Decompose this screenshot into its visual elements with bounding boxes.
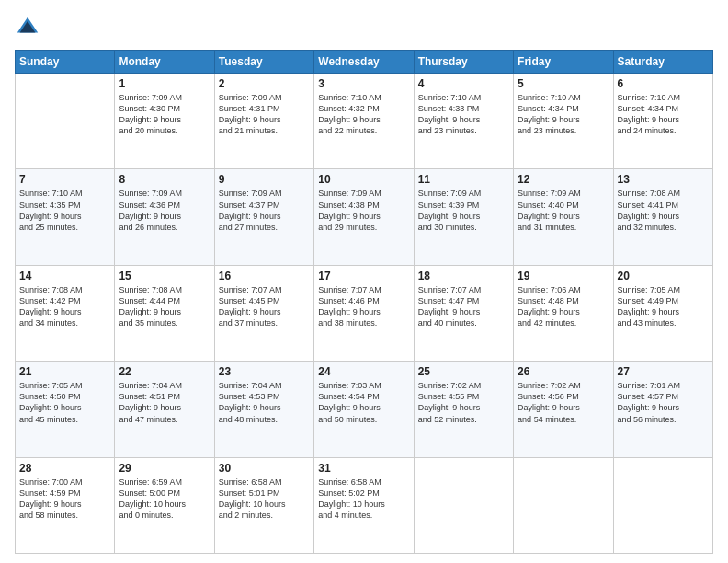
logo-icon [15,15,40,40]
calendar-cell [16,74,115,169]
calendar-cell: 1Sunrise: 7:09 AM Sunset: 4:30 PM Daylig… [115,74,214,169]
day-info: Sunrise: 7:03 AM Sunset: 4:54 PM Dayligh… [318,380,409,425]
calendar-cell [414,457,513,553]
day-number: 20 [618,270,709,282]
day-info: Sunrise: 7:07 AM Sunset: 4:46 PM Dayligh… [318,284,409,329]
day-number: 31 [318,462,409,475]
calendar-cell: 2Sunrise: 7:09 AM Sunset: 4:31 PM Daylig… [214,74,313,169]
calendar-cell: 24Sunrise: 7:03 AM Sunset: 4:54 PM Dayli… [314,362,414,457]
day-number: 23 [219,365,310,378]
day-info: Sunrise: 7:08 AM Sunset: 4:41 PM Dayligh… [618,188,709,233]
weekday-header-thursday: Thursday [414,51,513,74]
calendar-cell: 25Sunrise: 7:02 AM Sunset: 4:55 PM Dayli… [414,362,513,457]
day-number: 29 [119,462,210,475]
calendar-week-row: 28Sunrise: 7:00 AM Sunset: 4:59 PM Dayli… [16,457,713,553]
calendar-cell: 28Sunrise: 7:00 AM Sunset: 4:59 PM Dayli… [16,457,115,553]
day-number: 1 [119,77,210,90]
calendar-cell: 17Sunrise: 7:07 AM Sunset: 4:46 PM Dayli… [314,265,414,361]
day-number: 12 [518,173,609,186]
day-info: Sunrise: 7:02 AM Sunset: 4:56 PM Dayligh… [518,380,609,425]
day-info: Sunrise: 7:09 AM Sunset: 4:37 PM Dayligh… [219,188,310,233]
calendar-cell: 4Sunrise: 7:10 AM Sunset: 4:33 PM Daylig… [414,74,513,169]
calendar-cell: 3Sunrise: 7:10 AM Sunset: 4:32 PM Daylig… [314,74,414,169]
logo [15,15,44,40]
calendar-week-row: 14Sunrise: 7:08 AM Sunset: 4:42 PM Dayli… [16,265,713,361]
day-info: Sunrise: 7:07 AM Sunset: 4:47 PM Dayligh… [418,284,509,329]
calendar-cell: 9Sunrise: 7:09 AM Sunset: 4:37 PM Daylig… [214,169,313,265]
day-info: Sunrise: 7:10 AM Sunset: 4:34 PM Dayligh… [618,92,709,137]
calendar-week-row: 1Sunrise: 7:09 AM Sunset: 4:30 PM Daylig… [16,74,713,169]
calendar-week-row: 7Sunrise: 7:10 AM Sunset: 4:35 PM Daylig… [16,169,713,265]
weekday-header-tuesday: Tuesday [214,51,313,74]
day-info: Sunrise: 7:09 AM Sunset: 4:31 PM Dayligh… [219,92,310,137]
day-number: 4 [418,77,509,90]
header [15,15,713,40]
weekday-header-row: SundayMondayTuesdayWednesdayThursdayFrid… [16,51,713,74]
day-info: Sunrise: 6:59 AM Sunset: 5:00 PM Dayligh… [119,477,210,522]
day-number: 27 [618,365,709,378]
calendar-cell: 22Sunrise: 7:04 AM Sunset: 4:51 PM Dayli… [115,362,214,457]
day-number: 13 [618,173,709,186]
day-number: 5 [518,77,609,90]
calendar-cell: 30Sunrise: 6:58 AM Sunset: 5:01 PM Dayli… [214,457,313,553]
day-info: Sunrise: 7:01 AM Sunset: 4:57 PM Dayligh… [618,380,709,425]
calendar-cell: 8Sunrise: 7:09 AM Sunset: 4:36 PM Daylig… [115,169,214,265]
day-number: 30 [219,462,310,475]
day-info: Sunrise: 7:10 AM Sunset: 4:34 PM Dayligh… [518,92,609,137]
calendar-cell [613,457,712,553]
day-info: Sunrise: 7:10 AM Sunset: 4:32 PM Dayligh… [318,92,409,137]
day-number: 9 [219,173,310,186]
calendar-cell: 10Sunrise: 7:09 AM Sunset: 4:38 PM Dayli… [314,169,414,265]
calendar-cell: 15Sunrise: 7:08 AM Sunset: 4:44 PM Dayli… [115,265,214,361]
day-info: Sunrise: 7:09 AM Sunset: 4:36 PM Dayligh… [119,188,210,233]
day-number: 26 [518,365,609,378]
day-number: 7 [19,173,110,186]
day-number: 6 [618,77,709,90]
day-number: 15 [119,270,210,282]
day-number: 24 [318,365,409,378]
day-number: 10 [318,173,409,186]
day-info: Sunrise: 6:58 AM Sunset: 5:02 PM Dayligh… [318,477,409,522]
calendar-cell: 16Sunrise: 7:07 AM Sunset: 4:45 PM Dayli… [214,265,313,361]
calendar-cell: 7Sunrise: 7:10 AM Sunset: 4:35 PM Daylig… [16,169,115,265]
day-number: 17 [318,270,409,282]
day-info: Sunrise: 7:07 AM Sunset: 4:45 PM Dayligh… [219,284,310,329]
calendar-cell: 21Sunrise: 7:05 AM Sunset: 4:50 PM Dayli… [16,362,115,457]
calendar-week-row: 21Sunrise: 7:05 AM Sunset: 4:50 PM Dayli… [16,362,713,457]
calendar-cell: 27Sunrise: 7:01 AM Sunset: 4:57 PM Dayli… [613,362,712,457]
day-info: Sunrise: 7:02 AM Sunset: 4:55 PM Dayligh… [418,380,509,425]
weekday-header-monday: Monday [115,51,214,74]
calendar-cell: 18Sunrise: 7:07 AM Sunset: 4:47 PM Dayli… [414,265,513,361]
day-number: 18 [418,270,509,282]
calendar-cell: 11Sunrise: 7:09 AM Sunset: 4:39 PM Dayli… [414,169,513,265]
calendar-table: SundayMondayTuesdayWednesdayThursdayFrid… [15,50,713,554]
day-info: Sunrise: 7:05 AM Sunset: 4:50 PM Dayligh… [19,380,110,425]
calendar-cell [514,457,613,553]
day-info: Sunrise: 7:08 AM Sunset: 4:44 PM Dayligh… [119,284,210,329]
day-info: Sunrise: 7:09 AM Sunset: 4:30 PM Dayligh… [119,92,210,137]
weekday-header-wednesday: Wednesday [314,51,414,74]
day-info: Sunrise: 7:09 AM Sunset: 4:39 PM Dayligh… [418,188,509,233]
day-number: 14 [19,270,110,282]
day-number: 22 [119,365,210,378]
calendar-cell: 5Sunrise: 7:10 AM Sunset: 4:34 PM Daylig… [514,74,613,169]
day-number: 19 [518,270,609,282]
day-number: 16 [219,270,310,282]
calendar-cell: 31Sunrise: 6:58 AM Sunset: 5:02 PM Dayli… [314,457,414,553]
day-number: 2 [219,77,310,90]
calendar-cell: 20Sunrise: 7:05 AM Sunset: 4:49 PM Dayli… [613,265,712,361]
day-info: Sunrise: 7:05 AM Sunset: 4:49 PM Dayligh… [618,284,709,329]
day-info: Sunrise: 6:58 AM Sunset: 5:01 PM Dayligh… [219,477,310,522]
day-info: Sunrise: 7:09 AM Sunset: 4:38 PM Dayligh… [318,188,409,233]
day-number: 28 [19,462,110,475]
calendar-cell: 12Sunrise: 7:09 AM Sunset: 4:40 PM Dayli… [514,169,613,265]
day-number: 11 [418,173,509,186]
weekday-header-friday: Friday [514,51,613,74]
day-info: Sunrise: 7:04 AM Sunset: 4:53 PM Dayligh… [219,380,310,425]
day-info: Sunrise: 7:10 AM Sunset: 4:33 PM Dayligh… [418,92,509,137]
day-info: Sunrise: 7:04 AM Sunset: 4:51 PM Dayligh… [119,380,210,425]
weekday-header-saturday: Saturday [613,51,712,74]
day-info: Sunrise: 7:06 AM Sunset: 4:48 PM Dayligh… [518,284,609,329]
day-number: 21 [19,365,110,378]
calendar-cell: 14Sunrise: 7:08 AM Sunset: 4:42 PM Dayli… [16,265,115,361]
